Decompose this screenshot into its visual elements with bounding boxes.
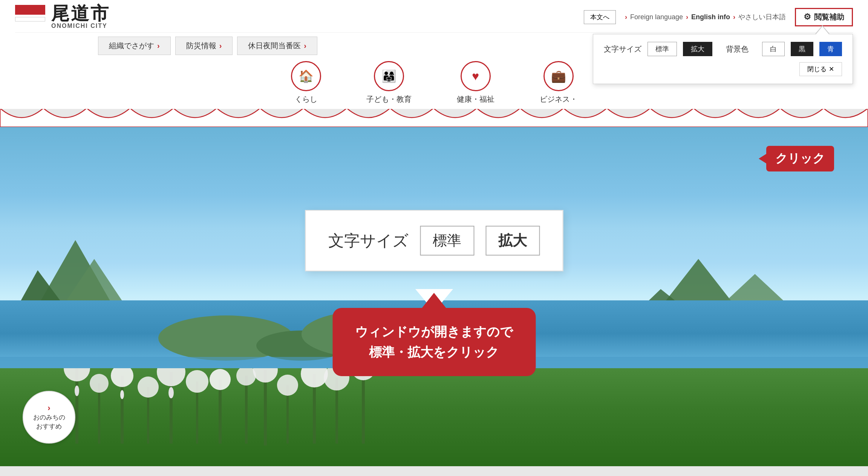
nav-circle-kurashi: 🏠 xyxy=(291,61,321,91)
logo-title: 尾道市 xyxy=(51,5,110,23)
quick-nav-arrow-0: › xyxy=(157,41,160,50)
popup-standard-btn[interactable]: 標準 xyxy=(648,42,677,56)
svg-point-29 xyxy=(186,370,208,393)
nav-label-kenko: 健康・福祉 xyxy=(457,94,494,104)
nav-item-business[interactable]: 💼 ビジネス・ xyxy=(517,55,600,109)
svg-rect-30 xyxy=(245,376,248,444)
callout-font-label: 文字サイズ xyxy=(328,230,409,251)
speech-bubble: ウィンドウが開きますので 標準・拡大をクリック xyxy=(332,308,536,376)
quick-nav-label-2: 休日夜間当番医 xyxy=(248,41,301,51)
quick-nav-arrow-1: › xyxy=(219,41,222,50)
speech-line2: 標準・拡大をクリック xyxy=(369,345,499,359)
nav-circle-kenko: ♥ xyxy=(461,61,491,91)
logo-text-area: 尾道市 ONOMICHI CITY xyxy=(51,5,110,29)
quick-nav-btn-2[interactable]: 休日夜間当番医 › xyxy=(237,37,317,55)
logo-icon xyxy=(15,5,45,29)
svg-point-25 xyxy=(90,374,109,393)
popup-box: 文字サイズ 標準 拡大 背景色 白 黒 青 閉じる ✕ xyxy=(593,34,853,84)
hero: 文字サイズ 標準 拡大 ウィンドウが開きますので 標準・拡大をクリック › おの… xyxy=(0,127,868,466)
svg-point-27 xyxy=(138,377,159,398)
popup-enlarge-btn[interactable]: 拡大 xyxy=(683,42,712,56)
svg-point-31 xyxy=(236,368,256,386)
click-label: クリック xyxy=(766,146,834,171)
flowers-svg xyxy=(0,368,868,466)
quick-nav-label-0: 組織でさがす xyxy=(109,41,154,51)
callout-standard-btn[interactable]: 標準 xyxy=(420,226,474,256)
gear-icon: ⚙ xyxy=(804,12,811,22)
quick-nav-arrow-2: › xyxy=(304,41,306,50)
accessibility-label: 閲覧補助 xyxy=(814,12,844,22)
scallop-wave xyxy=(0,108,868,127)
svg-point-36 xyxy=(75,386,79,396)
popup-close-btn[interactable]: 閉じる ✕ xyxy=(799,62,842,76)
popup-close-row: 閉じる ✕ xyxy=(604,62,842,76)
breadcrumb-item3[interactable]: やさしい日本語 xyxy=(738,12,786,21)
flowers-area xyxy=(0,368,868,466)
breadcrumb: › Foreign language › English info › やさしい… xyxy=(625,12,786,21)
logo-red-bar xyxy=(15,5,45,15)
logo-area: 尾道市 ONOMICHI CITY xyxy=(15,5,110,29)
popup-font-size-label: 文字サイズ xyxy=(604,44,641,54)
header-nav-right: 本文へ › Foreign language › English info › … xyxy=(584,8,853,26)
quick-nav-btn-0[interactable]: 組織でさがす › xyxy=(98,37,171,55)
svg-point-37 xyxy=(120,390,124,399)
callout-font-size: 文字サイズ 標準 拡大 xyxy=(305,210,563,271)
accessibility-popup: 文字サイズ 標準 拡大 背景色 白 黒 青 閉じる ✕ xyxy=(593,34,853,84)
popup-font-size-row: 文字サイズ 標準 拡大 背景色 白 黒 青 xyxy=(604,42,842,56)
svg-point-38 xyxy=(168,387,174,398)
quick-nav-btn-1[interactable]: 防災情報 › xyxy=(175,37,233,55)
nav-circle-business: 💼 xyxy=(543,61,574,91)
breadcrumb-item1[interactable]: Foreign language xyxy=(630,13,683,21)
click-annotation: クリック xyxy=(766,146,834,171)
popup-black-btn[interactable]: 黒 xyxy=(791,42,813,56)
svg-point-11 xyxy=(64,368,90,381)
nav-circle-kodomo: 👨‍👩‍👧 xyxy=(374,61,404,91)
breadcrumb-sep3: › xyxy=(733,13,735,21)
accessibility-button[interactable]: ⚙ 閲覧補助 xyxy=(795,8,853,26)
close-icon: ✕ xyxy=(829,65,834,73)
popup-bg-label: 背景色 xyxy=(726,44,756,54)
svg-point-33 xyxy=(277,375,298,396)
callout-enlarge-btn[interactable]: 拡大 xyxy=(485,226,540,256)
svg-point-17 xyxy=(210,369,231,390)
recommendation-arrow-icon: › xyxy=(47,403,50,413)
speech-line1: ウィンドウが開きますので xyxy=(355,324,513,339)
quick-nav-label-1: 防災情報 xyxy=(186,41,216,51)
nav-item-kurashi[interactable]: 🏠 くらし xyxy=(268,55,344,109)
logo-subtitle: ONOMICHI CITY xyxy=(51,23,110,29)
recommendation-text: おのみちの おすすめ xyxy=(33,413,65,431)
breadcrumb-sep1: › xyxy=(625,13,627,21)
popup-close-label: 閉じる xyxy=(807,65,827,73)
honbun-button[interactable]: 本文へ xyxy=(584,10,616,24)
svg-point-15 xyxy=(157,368,185,386)
nav-item-kodomo[interactable]: 👨‍👩‍👧 子ども・教育 xyxy=(344,55,434,109)
popup-white-btn[interactable]: 白 xyxy=(762,42,785,56)
nav-item-kenko[interactable]: ♥ 健康・福祉 xyxy=(434,55,517,109)
popup-blue-btn[interactable]: 青 xyxy=(819,42,842,56)
breadcrumb-sep2: › xyxy=(686,13,688,21)
svg-point-19 xyxy=(253,368,278,383)
header-top: 尾道市 ONOMICHI CITY 本文へ › Foreign language… xyxy=(15,0,853,33)
svg-point-13 xyxy=(111,368,133,387)
breadcrumb-item2[interactable]: English info xyxy=(691,13,730,21)
popup-arrow-icon xyxy=(815,25,830,34)
nav-label-kodomo: 子ども・教育 xyxy=(366,94,412,104)
logo-white-bar xyxy=(15,17,45,21)
nav-label-kurashi: くらし xyxy=(295,94,317,104)
scallop-svg xyxy=(0,108,868,127)
nav-label-business: ビジネス・ xyxy=(540,94,577,104)
recommendation-circle[interactable]: › おのみちの おすすめ xyxy=(23,391,75,444)
